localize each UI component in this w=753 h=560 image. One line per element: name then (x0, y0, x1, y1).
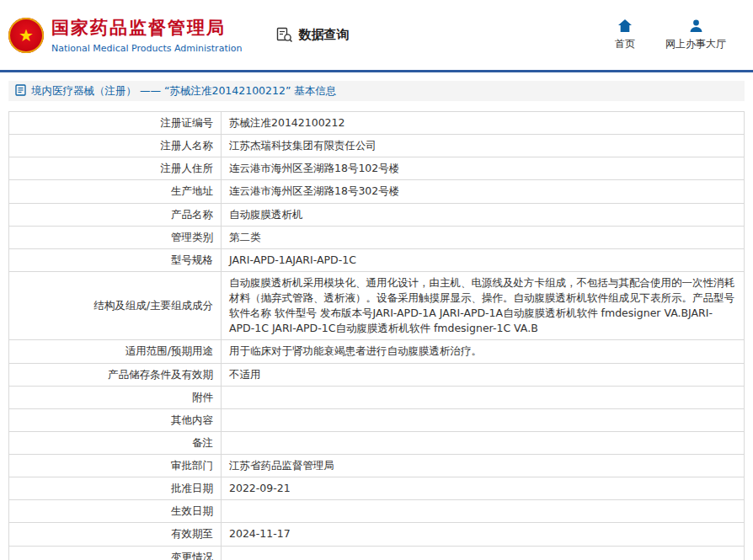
row-label-registrant-name: 注册人名称 (9, 135, 222, 157)
data-query-nav[interactable]: 数据查询 (275, 26, 349, 44)
table-row-change-status: 变更情况 (9, 546, 745, 560)
nav-home-label: 首页 (615, 37, 635, 51)
row-value-production-address: 连云港市海州区圣湖路18号302号楼 (222, 180, 745, 203)
org-name-en: National Medical Products Administration (51, 43, 242, 54)
row-label-reg-cert-no: 注册证编号 (9, 112, 222, 135)
breadcrumb: 境内医疗器械（注册） —— “苏械注准20142100212” 基本信息 (8, 81, 745, 101)
row-value-valid-until: 2024-11-17 (222, 523, 745, 546)
row-label-storage-validity: 产品储存条件及有效期 (9, 363, 222, 386)
row-label-text: 变更情况 (171, 551, 213, 560)
org-name-cn: 国家药品监督管理局 (51, 16, 242, 40)
row-value-other-content (222, 408, 745, 431)
registration-info-table: 注册证编号苏械注准20142100212注册人名称江苏杰瑞科技集团有限责任公司注… (8, 111, 745, 560)
row-label-approval-dept: 审批部门 (9, 455, 222, 477)
breadcrumb-text: 境内医疗器械（注册） —— “苏械注准20142100212” 基本信息 (31, 84, 336, 99)
row-label-effective-date: 生效日期 (9, 500, 222, 523)
row-label-text: 附件 (192, 391, 213, 403)
table-row-model-spec: 型号规格JARI-APD-1AJARI-APD-1C (9, 248, 745, 271)
row-value-approval-dept: 江苏省药品监督管理局 (222, 455, 745, 477)
table-row-registrant-name: 注册人名称江苏杰瑞科技集团有限责任公司 (9, 135, 745, 157)
table-row-registrant-address: 注册人住所连云港市海州区圣湖路18号102号楼 (9, 157, 745, 180)
row-label-text: 结构及组成/主要组成成分 (93, 299, 213, 312)
row-label-text: 其他内容 (171, 413, 213, 426)
row-label-text: 适用范围/预期用途 (125, 344, 213, 357)
nav-home[interactable]: 首页 (615, 19, 635, 51)
row-value-attachment (222, 386, 745, 408)
row-value-registrant-name: 江苏杰瑞科技集团有限责任公司 (222, 135, 745, 157)
row-value-storage-validity: 不适用 (222, 363, 745, 386)
org-titles: 国家药品监督管理局 National Medical Products Admi… (51, 16, 242, 54)
info-table-body: 注册证编号苏械注准20142100212注册人名称江苏杰瑞科技集团有限责任公司注… (9, 112, 745, 560)
row-label-change-status: 变更情况 (9, 546, 222, 560)
row-label-text: 生产地址 (171, 184, 213, 197)
row-label-text: 产品名称 (171, 208, 213, 221)
row-value-product-name: 自动腹膜透析机 (222, 203, 745, 226)
row-value-model-spec: JARI-APD-1AJARI-APD-1C (222, 248, 745, 271)
brand-logo-block[interactable]: ★ 国家药品监督管理局 National Medical Products Ad… (8, 16, 242, 54)
row-label-intended-use: 适用范围/预期用途 (9, 340, 222, 363)
table-row-attachment: 附件 (9, 386, 745, 408)
row-label-management-class: 管理类别 (9, 226, 222, 248)
row-label-remark: 备注 (9, 431, 222, 454)
row-label-approval-date: 批准日期 (9, 477, 222, 500)
row-value-effective-date (222, 500, 745, 523)
row-label-text: 注册人名称 (161, 139, 214, 152)
row-label-registrant-address: 注册人住所 (9, 157, 222, 180)
nav-hall-label: 网上办事大厅 (665, 37, 726, 51)
row-value-change-status (222, 546, 745, 560)
table-row-production-address: 生产地址连云港市海州区圣湖路18号302号楼 (9, 180, 745, 203)
nav-online-service-hall[interactable]: 网上办事大厅 (665, 19, 726, 51)
row-label-text: 产品储存条件及有效期 (108, 368, 213, 381)
header-nav: 首页 网上办事大厅 (615, 19, 738, 51)
row-label-text: 注册证编号 (161, 116, 214, 129)
document-search-icon (275, 26, 293, 44)
table-row-remark: 备注 (9, 431, 745, 454)
data-query-label: 数据查询 (298, 27, 349, 43)
row-label-structure-composition: 结构及组成/主要组成成分 (9, 271, 222, 340)
table-row-intended-use: 适用范围/预期用途用于临床对于肾功能衰竭患者进行自动腹膜透析治疗。 (9, 340, 745, 363)
row-label-product-name: 产品名称 (9, 203, 222, 226)
row-label-text: 生效日期 (171, 504, 213, 517)
table-row-reg-cert-no: 注册证编号苏械注准20142100212 (9, 112, 745, 135)
row-label-text: 批准日期 (171, 482, 213, 494)
page-header: ★ 国家药品监督管理局 National Medical Products Ad… (0, 0, 753, 72)
table-row-structure-composition: 结构及组成/主要组成成分自动腹膜透析机采用模块化、通用化设计，由主机、电源线及处… (9, 271, 745, 340)
table-row-approval-date: 批准日期2022-09-21 (9, 477, 745, 500)
row-label-text: 有效期至 (171, 527, 213, 540)
row-label-text: 注册人住所 (161, 162, 214, 174)
table-row-other-content: 其他内容 (9, 408, 745, 431)
table-row-valid-until: 有效期至2024-11-17 (9, 523, 745, 546)
row-value-reg-cert-no: 苏械注准20142100212 (222, 112, 745, 135)
national-emblem-logo: ★ (8, 18, 44, 53)
table-row-approval-dept: 审批部门江苏省药品监督管理局 (9, 455, 745, 477)
row-value-remark (222, 431, 745, 454)
row-label-text: 审批部门 (171, 459, 213, 472)
row-label-production-address: 生产地址 (9, 180, 222, 203)
table-row-management-class: 管理类别第二类 (9, 226, 745, 248)
row-value-intended-use: 用于临床对于肾功能衰竭患者进行自动腹膜透析治疗。 (222, 340, 745, 363)
table-row-storage-validity: 产品储存条件及有效期不适用 (9, 363, 745, 386)
row-value-structure-composition: 自动腹膜透析机采用模块化、通用化设计，由主机、电源线及处方卡组成，不包括与其配合… (222, 271, 745, 340)
row-label-text: 管理类别 (171, 231, 213, 243)
row-label-other-content: 其他内容 (9, 408, 222, 431)
row-label-text: 型号规格 (171, 253, 213, 266)
row-value-registrant-address: 连云港市海州区圣湖路18号102号楼 (222, 157, 745, 180)
user-icon (689, 19, 703, 33)
table-row-effective-date: 生效日期 (9, 500, 745, 523)
row-label-text: 备注 (192, 436, 213, 449)
row-label-valid-until: 有效期至 (9, 523, 222, 546)
table-row-product-name: 产品名称自动腹膜透析机 (9, 203, 745, 226)
row-label-model-spec: 型号规格 (9, 248, 222, 271)
row-label-attachment: 附件 (9, 386, 222, 408)
row-value-management-class: 第二类 (222, 226, 745, 248)
document-icon (15, 84, 26, 99)
home-icon (617, 19, 633, 33)
row-value-approval-date: 2022-09-21 (222, 477, 745, 500)
